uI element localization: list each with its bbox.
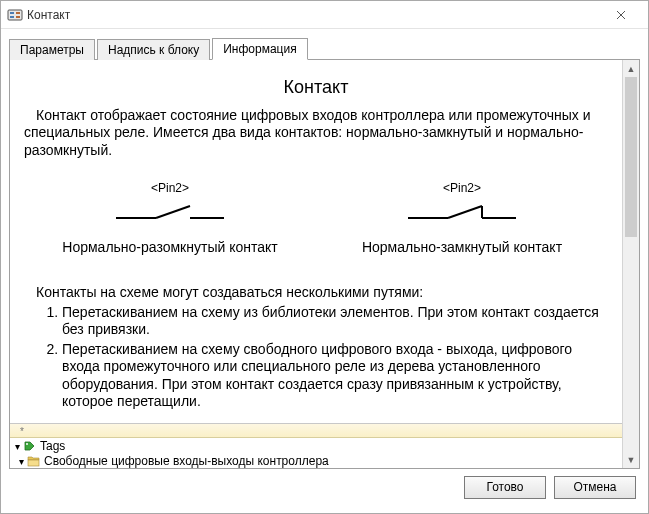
collapse-icon[interactable]: ▾ bbox=[12, 439, 23, 454]
client-area: Параметры Надпись к блоку Информация Кон… bbox=[1, 29, 648, 513]
svg-rect-2 bbox=[10, 16, 14, 18]
caption-nc: Нормально-замкнутый контакт bbox=[328, 239, 597, 257]
way-item-2: Перетаскиванием на схему свободного цифр… bbox=[62, 341, 608, 411]
symbol-normally-closed-icon bbox=[402, 198, 522, 224]
scroll-track[interactable] bbox=[623, 77, 639, 451]
tree-tags-row[interactable]: ▾ Tags bbox=[12, 439, 620, 454]
tab-info[interactable]: Информация bbox=[212, 38, 307, 60]
svg-line-9 bbox=[448, 206, 482, 218]
info-content: Контакт Контакт отображает состояние циф… bbox=[10, 60, 622, 468]
tree-group-label: Свободные цифровые входы-выходы контролл… bbox=[44, 454, 329, 469]
svg-rect-0 bbox=[8, 10, 22, 20]
folder-icon bbox=[27, 454, 41, 468]
svg-rect-4 bbox=[16, 16, 20, 18]
ok-button[interactable]: Готово bbox=[464, 476, 546, 499]
app-icon bbox=[7, 7, 23, 23]
way-item-1: Перетаскиванием на схему из библиотеки э… bbox=[62, 304, 608, 339]
svg-rect-13 bbox=[28, 460, 39, 466]
tab-params[interactable]: Параметры bbox=[9, 39, 95, 60]
window-title: Контакт bbox=[27, 8, 600, 22]
pin-label-left: <Pin2> bbox=[110, 181, 230, 196]
pin-label-right: <Pin2> bbox=[402, 181, 522, 196]
tags-icon bbox=[23, 439, 37, 453]
svg-rect-1 bbox=[10, 12, 14, 14]
scroll-thumb[interactable] bbox=[625, 77, 637, 237]
tree-panel: * ▾ Tags ▾ bbox=[10, 423, 622, 469]
diagram-nc: <Pin2> bbox=[402, 181, 522, 229]
ways-intro: Контакты на схеме могут создаваться неск… bbox=[24, 284, 608, 302]
scroll-down-button[interactable]: ▼ bbox=[623, 451, 639, 468]
doc-heading: Контакт bbox=[24, 76, 608, 99]
svg-rect-3 bbox=[16, 12, 20, 14]
title-bar: Контакт bbox=[1, 1, 648, 29]
vertical-scrollbar[interactable]: ▲ ▼ bbox=[622, 60, 639, 468]
scroll-up-button[interactable]: ▲ bbox=[623, 60, 639, 77]
tree-tags-label: Tags bbox=[40, 439, 65, 454]
diagram-no: <Pin2> bbox=[110, 181, 230, 229]
tree-header: * bbox=[10, 424, 622, 438]
caption-no: Нормально-разомкнутый контакт bbox=[36, 239, 305, 257]
close-button[interactable] bbox=[600, 4, 642, 26]
symbol-normally-open-icon bbox=[110, 198, 230, 224]
ways-list: Перетаскиванием на схему из библиотеки э… bbox=[44, 304, 608, 411]
diagram-row: <Pin2> <Pin2> bbox=[24, 181, 608, 229]
tree-body[interactable]: ▾ Tags ▾ Свободные цифровые входы-выхо bbox=[10, 438, 622, 469]
doc-description: Контакт отображает состояние цифровых вх… bbox=[24, 107, 608, 160]
tree-group-row[interactable]: ▾ Свободные цифровые входы-выходы контро… bbox=[12, 454, 620, 469]
dialog-window: Контакт Параметры Надпись к блоку Информ… bbox=[0, 0, 649, 514]
tab-block-label[interactable]: Надпись к блоку bbox=[97, 39, 210, 60]
cancel-button[interactable]: Отмена bbox=[554, 476, 636, 499]
svg-point-12 bbox=[26, 443, 28, 445]
svg-line-6 bbox=[156, 206, 190, 218]
collapse-icon[interactable]: ▾ bbox=[16, 454, 27, 469]
tab-strip: Параметры Надпись к блоку Информация bbox=[9, 37, 640, 59]
dialog-button-row: Готово Отмена bbox=[9, 469, 640, 505]
tab-panel: Контакт Контакт отображает состояние циф… bbox=[9, 59, 640, 469]
tree-header-mark: * bbox=[20, 426, 24, 437]
caption-row: Нормально-разомкнутый контакт Нормально-… bbox=[24, 239, 608, 257]
